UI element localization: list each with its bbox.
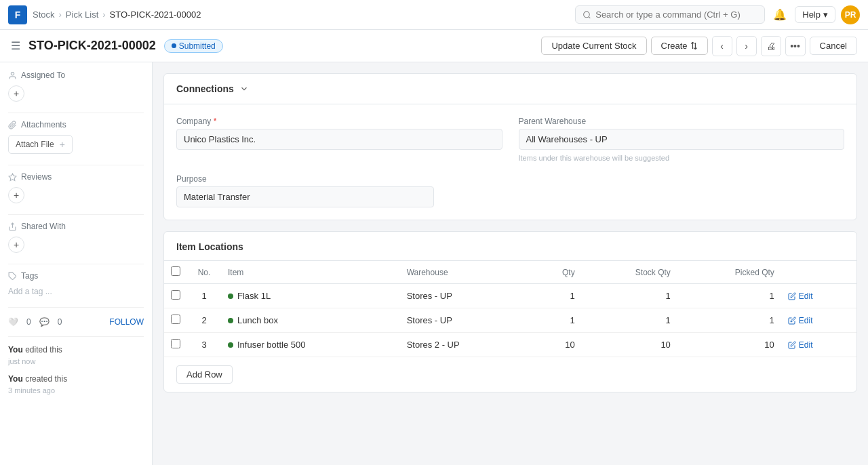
avatar[interactable]: PR (841, 5, 860, 24)
row-item: Lunch box (221, 308, 400, 333)
star-icon (8, 173, 17, 182)
parent-warehouse-value[interactable]: All Warehouses - UP (519, 129, 845, 150)
sub-header: ☰ STO-PICK-2021-00002 Submitted Update C… (0, 30, 868, 62)
status-label: Submitted (179, 41, 216, 51)
connections-card-header[interactable]: Connections (164, 74, 856, 104)
breadcrumb-current: STO-PICK-2021-00002 (110, 9, 201, 20)
row-no: 3 (187, 333, 221, 357)
add-review-button[interactable]: + (8, 187, 24, 203)
edit-icon (788, 341, 796, 349)
activity-you-1: You (8, 345, 23, 355)
update-stock-button[interactable]: Update Current Stock (541, 37, 646, 55)
col-checkbox (164, 261, 187, 284)
status-dot (172, 43, 176, 48)
item-locations-card: Item Locations No. Item Warehouse Qty St… (163, 231, 857, 392)
menu-icon[interactable]: ☰ (11, 39, 20, 52)
row-stock-qty: 1 (582, 308, 677, 333)
edit-button[interactable]: Edit (788, 340, 813, 350)
print-button[interactable]: 🖨 (761, 36, 781, 56)
likes-count: 0 (26, 317, 31, 327)
row-picked-qty: 1 (677, 284, 781, 308)
item-locations-title: Item Locations (164, 232, 856, 261)
row-edit-cell: Edit (781, 333, 856, 357)
row-qty: 1 (530, 308, 582, 333)
col-picked-qty: Picked Qty (677, 261, 781, 284)
edit-button[interactable]: Edit (788, 316, 813, 325)
cancel-button[interactable]: Cancel (810, 37, 857, 55)
connections-card: Connections Company * Unico Plastics Inc… (163, 73, 857, 220)
select-all-checkbox[interactable] (171, 266, 180, 276)
divider2 (8, 165, 144, 165)
status-badge: Submitted (164, 39, 223, 53)
attach-file-label: Attach File (16, 140, 54, 149)
breadcrumb-stock[interactable]: Stock (33, 9, 55, 20)
svg-line-1 (589, 16, 590, 18)
search-input[interactable] (595, 9, 757, 20)
help-button[interactable]: Help ▾ (795, 6, 835, 23)
col-warehouse: Warehouse (400, 261, 530, 284)
add-shared-button[interactable]: + (8, 237, 24, 253)
reviews-label: Reviews (21, 172, 52, 182)
row-checkbox-cell (164, 284, 187, 308)
attach-file-button[interactable]: Attach File + (8, 135, 73, 154)
search-bar[interactable] (575, 5, 765, 24)
subheader-actions: Update Current Stock Create ⇅ ‹ › 🖨 ••• … (541, 36, 857, 56)
tags-label: Tags (21, 271, 38, 281)
notifications-button[interactable]: 🔔 (770, 5, 789, 24)
add-row-button[interactable]: Add Row (176, 365, 233, 384)
edit-icon (788, 317, 796, 325)
activity-item-2: You created this 3 minutes ago (8, 373, 144, 397)
attachments-header: Attachments (8, 120, 144, 129)
company-value[interactable]: Unico Plastics Inc. (176, 129, 502, 150)
row-no: 1 (187, 284, 221, 308)
purpose-value[interactable]: Material Transfer (176, 186, 434, 207)
svg-point-0 (584, 12, 590, 18)
navbar-actions: 🔔 Help ▾ PR (770, 5, 860, 24)
like-section: 🤍 0 💬 0 FOLLOW (8, 315, 144, 329)
breadcrumb-sep1: › (59, 9, 62, 20)
sidebar: Assigned To + Attachments Attach File + … (0, 62, 153, 465)
row-warehouse: Stores - UP (400, 284, 530, 308)
edit-button[interactable]: Edit (788, 291, 813, 301)
row-checkbox[interactable] (171, 339, 180, 348)
breadcrumb-sep2: › (102, 9, 105, 20)
table-head-row: No. Item Warehouse Qty Stock Qty Picked … (164, 261, 856, 284)
next-button[interactable]: › (736, 36, 757, 56)
navbar: F Stock › Pick List › STO-PICK-2021-0000… (0, 0, 868, 30)
row-checkbox-cell (164, 333, 187, 357)
breadcrumb-picklist[interactable]: Pick List (66, 9, 98, 20)
add-assigned-button[interactable]: + (8, 85, 24, 102)
comment-icon[interactable]: 💬 (39, 317, 50, 327)
add-tag-label[interactable]: Add a tag ... (8, 287, 52, 296)
row-item: Flask 1L (221, 284, 400, 308)
col-stock-qty: Stock Qty (582, 261, 677, 284)
row-item: Infuser bottle 500 (221, 333, 400, 357)
share-icon (8, 222, 17, 231)
table-row: 2 Lunch box Stores - UP 1 1 1 Edit (164, 308, 856, 333)
svg-point-2 (11, 72, 14, 75)
main-layout: Assigned To + Attachments Attach File + … (0, 62, 868, 465)
follow-button[interactable]: FOLLOW (109, 317, 144, 327)
create-button[interactable]: Create ⇅ (651, 37, 708, 55)
assigned-to-header: Assigned To (8, 70, 144, 80)
row-qty: 1 (530, 284, 582, 308)
divider1 (8, 113, 144, 113)
prev-button[interactable]: ‹ (712, 36, 732, 56)
more-button[interactable]: ••• (785, 36, 806, 56)
col-no: No. (187, 261, 221, 284)
col-actions (781, 261, 856, 284)
row-edit-cell: Edit (781, 284, 856, 308)
row-checkbox[interactable] (171, 315, 180, 324)
activity-item-1: You edited this just now (8, 344, 144, 367)
heart-icon[interactable]: 🤍 (8, 317, 18, 327)
activity-time-1: just now (8, 356, 144, 367)
purpose-label: Purpose (176, 174, 502, 184)
item-status-dot (228, 318, 233, 323)
row-stock-qty: 1 (582, 284, 677, 308)
row-checkbox[interactable] (171, 290, 180, 300)
edit-icon (788, 292, 796, 300)
parent-warehouse-group: Parent Warehouse All Warehouses - UP Ite… (519, 117, 845, 162)
tags-header: Tags (8, 271, 144, 281)
breadcrumb: Stock › Pick List › STO-PICK-2021-00002 (33, 9, 201, 20)
activity-action-2: created this (25, 374, 67, 384)
